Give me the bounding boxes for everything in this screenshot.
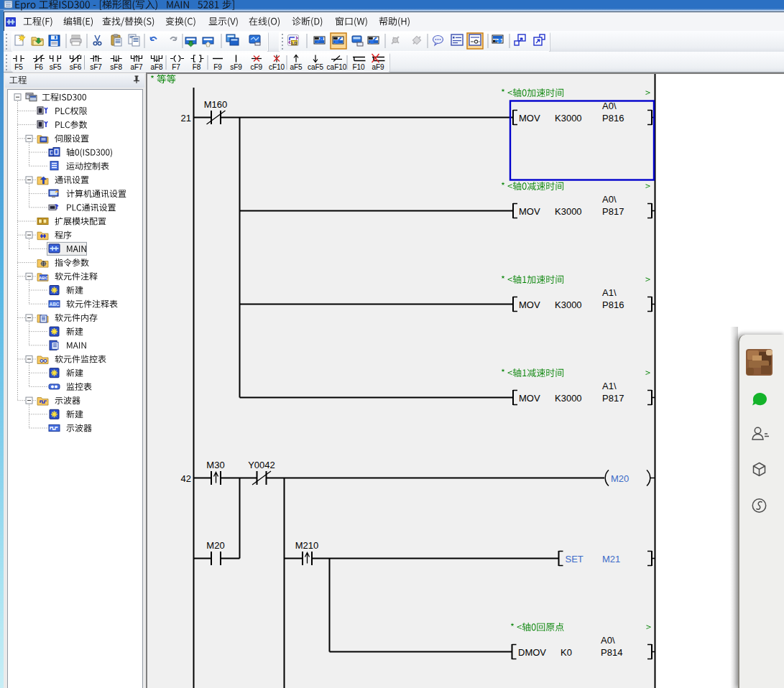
svg-text:MOV: MOV	[519, 393, 540, 404]
svg-text:P816: P816	[602, 113, 624, 124]
svg-text:MOV: MOV	[519, 206, 540, 217]
svg-text:LD: LD	[292, 41, 297, 45]
svg-text:aF5: aF5	[290, 63, 303, 71]
svg-text:ABC: ABC	[49, 302, 59, 307]
svg-text:F6: F6	[34, 63, 43, 71]
svg-text:caF5: caF5	[308, 63, 324, 71]
svg-text:MOV: MOV	[519, 299, 540, 310]
svg-text:P816: P816	[602, 299, 624, 310]
svg-text:K0: K0	[561, 647, 572, 658]
svg-text:K3000: K3000	[555, 113, 582, 124]
svg-text:42: 42	[181, 473, 191, 484]
svg-text:aF7: aF7	[130, 63, 143, 71]
svg-text:ABC: ABC	[39, 276, 49, 280]
svg-text:P817: P817	[602, 206, 624, 217]
svg-text:F10: F10	[352, 63, 365, 71]
svg-text:caF10: caF10	[327, 63, 347, 71]
svg-text:sF9: sF9	[230, 63, 242, 71]
svg-text:K3000: K3000	[555, 393, 582, 404]
svg-text:A0\: A0\	[602, 101, 617, 111]
svg-text:K3000: K3000	[555, 206, 582, 217]
svg-text:K3000: K3000	[555, 299, 582, 310]
svg-text:sF8: sF8	[110, 63, 122, 71]
svg-text:SET: SET	[566, 554, 584, 564]
svg-text:21: 21	[181, 113, 191, 124]
svg-text:M21: M21	[602, 554, 620, 564]
svg-text:DMOV: DMOV	[518, 647, 546, 658]
svg-text:M20: M20	[206, 540, 224, 551]
svg-text:MOV: MOV	[519, 113, 540, 124]
svg-text:M20: M20	[611, 473, 629, 484]
svg-text:A0\: A0\	[601, 635, 615, 646]
svg-text:Y0042: Y0042	[248, 460, 275, 470]
svg-text:aF8: aF8	[150, 63, 163, 71]
svg-text:M30: M30	[206, 460, 224, 470]
svg-text:M210: M210	[295, 540, 319, 551]
svg-text:sF6: sF6	[70, 63, 82, 71]
svg-text:sF5: sF5	[50, 63, 62, 71]
svg-text:F9: F9	[213, 63, 222, 71]
svg-text:sF7: sF7	[90, 63, 102, 71]
svg-text:F7: F7	[172, 63, 180, 71]
svg-text:cF10: cF10	[269, 63, 285, 71]
svg-text:A0\: A0\	[602, 194, 617, 205]
svg-text:P814: P814	[601, 647, 622, 658]
svg-text:M160: M160	[204, 99, 228, 110]
svg-text:P817: P817	[602, 393, 624, 404]
svg-text:F5: F5	[14, 63, 23, 71]
svg-text:F8: F8	[193, 63, 201, 71]
svg-text:A1\: A1\	[602, 287, 617, 298]
svg-text:cF9: cF9	[250, 63, 262, 71]
svg-text:A1\: A1\	[602, 381, 617, 391]
svg-text:aF9: aF9	[372, 63, 384, 71]
